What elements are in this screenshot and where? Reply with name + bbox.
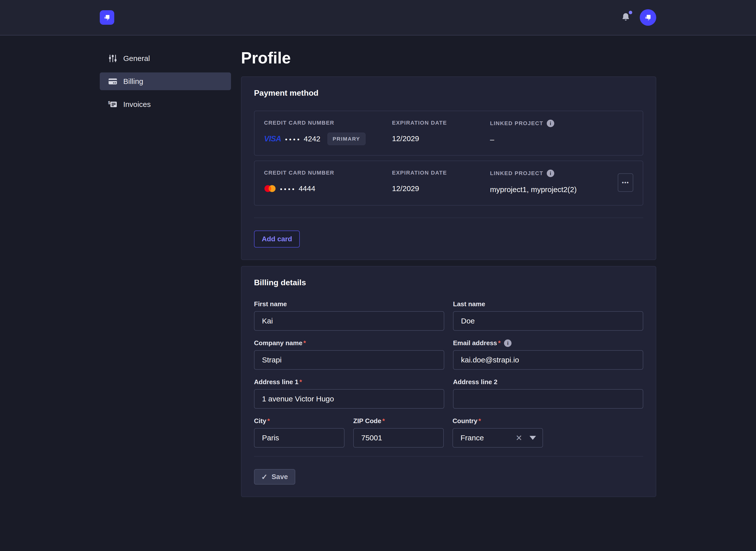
email-address-field[interactable]	[453, 350, 643, 370]
notifications-button[interactable]	[621, 12, 631, 23]
expiration-date-value: 12/2029	[392, 133, 490, 145]
required-asterisk: *	[267, 417, 270, 425]
sidebar-item-invoices[interactable]: $ Invoices	[100, 95, 231, 113]
divider	[254, 456, 643, 457]
country-value: France	[461, 434, 484, 442]
add-card-button[interactable]: Add card	[254, 230, 300, 247]
zip-code-field[interactable]	[353, 428, 444, 448]
info-icon[interactable]	[547, 169, 554, 177]
visa-logo-icon: VISA	[264, 134, 281, 143]
linked-project-value: myproject1, myproject2(2)	[490, 183, 618, 195]
sidebar-item-label: Invoices	[123, 100, 151, 109]
payment-method-panel: Payment method CREDIT CARD NUMBER VISA •…	[241, 76, 656, 260]
required-asterisk: *	[382, 417, 385, 425]
linked-project-label: LINKED PROJECT	[490, 170, 543, 176]
linked-project-label: LINKED PROJECT	[490, 120, 543, 127]
credit-card-row: CREDIT CARD NUMBER •••• 4444	[254, 161, 643, 205]
expiration-date-label: EXPIRATION DATE	[392, 169, 490, 176]
credit-card-number-label: CREDIT CARD NUMBER	[264, 169, 392, 176]
address-line2-label: Address line 2	[453, 378, 643, 386]
payment-method-title: Payment method	[254, 88, 643, 98]
address-line2-field[interactable]	[453, 389, 643, 409]
masked-digits: ••••	[280, 184, 296, 193]
strapi-mark-icon	[643, 12, 653, 23]
address-line1-field[interactable]	[254, 389, 444, 409]
masked-digits: ••••	[285, 135, 301, 143]
save-button-label: Save	[271, 473, 288, 481]
first-name-field[interactable]	[254, 311, 444, 331]
city-field[interactable]	[254, 428, 344, 448]
strapi-mark-icon	[102, 12, 112, 22]
expiration-date-value: 12/2029	[392, 182, 490, 194]
page-title: Profile	[241, 50, 656, 66]
required-asterisk: *	[303, 339, 306, 347]
notification-dot	[629, 11, 632, 14]
invoice-icon: $	[108, 99, 118, 109]
country-label: Country*	[453, 417, 543, 425]
credit-card-row: CREDIT CARD NUMBER VISA •••• 4242 PRIMAR…	[254, 111, 643, 156]
sidebar-item-label: Billing	[123, 77, 143, 86]
svg-text:$: $	[108, 100, 110, 105]
info-icon[interactable]	[547, 120, 554, 127]
last-name-field[interactable]	[453, 311, 643, 331]
sidebar-item-general[interactable]: General	[100, 49, 231, 67]
address-line1-label: Address line 1*	[254, 378, 444, 386]
required-asterisk: *	[299, 378, 302, 386]
user-avatar[interactable]	[640, 9, 656, 26]
email-address-label: Email address*	[453, 339, 643, 347]
sliders-icon	[108, 54, 118, 63]
zip-code-label: ZIP Code*	[353, 417, 444, 425]
first-name-label: First name	[254, 300, 444, 308]
required-asterisk: *	[479, 417, 481, 425]
country-combobox[interactable]: France ×	[453, 428, 543, 448]
check-icon	[261, 473, 267, 481]
company-name-label: Company name*	[254, 339, 444, 347]
last-name-label: Last name	[453, 300, 643, 308]
billing-details-panel: Billing details First name Last name	[241, 266, 656, 497]
linked-project-value: –	[490, 134, 633, 146]
credit-card-number-label: CREDIT CARD NUMBER	[264, 120, 392, 126]
primary-badge: PRIMARY	[327, 133, 365, 145]
mastercard-logo-icon	[264, 184, 276, 193]
clear-icon[interactable]: ×	[516, 433, 522, 443]
sidebar-item-billing[interactable]: Billing	[100, 72, 231, 90]
required-asterisk: *	[498, 339, 501, 347]
settings-sidebar: General Billing $	[100, 49, 231, 497]
expiration-date-label: EXPIRATION DATE	[392, 120, 490, 126]
card-last4: 4444	[298, 184, 315, 193]
save-button[interactable]: Save	[254, 469, 295, 485]
city-label: City*	[254, 417, 344, 425]
company-name-field[interactable]	[254, 350, 444, 370]
card-actions-menu-button[interactable]	[618, 173, 633, 192]
credit-card-icon	[108, 76, 118, 86]
top-bar	[0, 0, 756, 35]
chevron-down-icon[interactable]	[529, 436, 536, 440]
billing-details-title: Billing details	[254, 278, 643, 287]
info-icon[interactable]	[504, 340, 511, 347]
content-area: Profile Payment method CREDIT CARD NUMBE…	[241, 49, 656, 497]
divider	[254, 217, 643, 218]
sidebar-item-label: General	[123, 54, 150, 63]
strapi-logo[interactable]	[100, 10, 114, 25]
card-last4: 4242	[304, 135, 320, 143]
